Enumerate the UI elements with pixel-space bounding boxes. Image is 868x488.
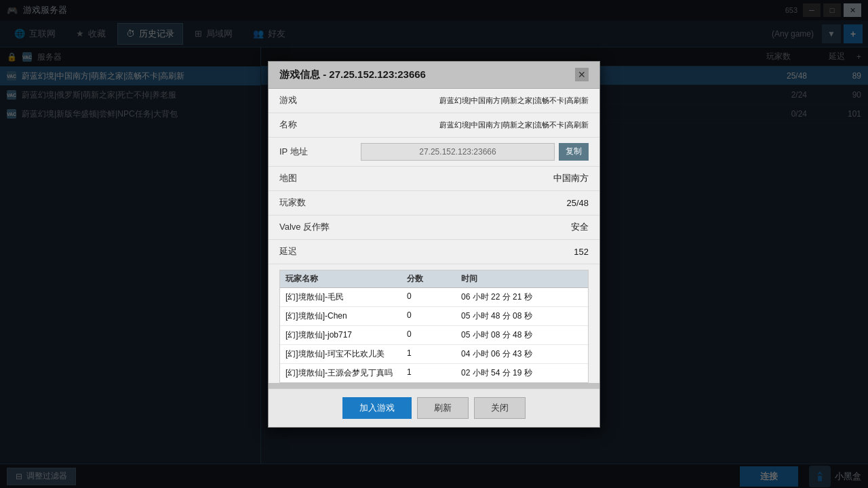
map-label: 地图 xyxy=(279,172,361,184)
latency-label: 延迟 xyxy=(279,245,361,258)
game-row: 游戏 蔚蓝幻境|中国南方|萌新之家|流畅不卡|高刷新 xyxy=(269,89,599,113)
player-score-1: 0 xyxy=(407,310,461,320)
player-score-0: 0 xyxy=(407,291,461,301)
player-name-1: [幻]境散仙]-Chen xyxy=(285,310,407,322)
player-time-1: 05 小时 48 分 08 秒 xyxy=(461,310,583,322)
header-name: 玩家名称 xyxy=(285,273,407,285)
ip-input[interactable] xyxy=(361,143,555,161)
player-name-4: [幻]境散仙]-王源会梦见丁真吗 xyxy=(285,367,407,379)
name-label: 名称 xyxy=(279,119,361,131)
valve-row: Valve 反作弊 安全 xyxy=(269,216,599,240)
valve-value: 安全 xyxy=(361,221,589,233)
latency-row: 延迟 152 xyxy=(269,240,599,264)
player-table-header: 玩家名称 分数 时间 xyxy=(280,270,588,288)
player-row-4: [幻]境散仙]-王源会梦见丁真吗 1 02 小时 54 分 19 秒 xyxy=(280,364,588,382)
header-time: 时间 xyxy=(461,273,583,285)
player-row-3: [幻]境散仙]-珂宝不比欢儿美 1 04 小时 06 分 43 秒 xyxy=(280,345,588,364)
player-time-2: 05 小时 08 分 48 秒 xyxy=(461,329,583,341)
player-time-4: 02 小时 54 分 19 秒 xyxy=(461,367,583,379)
player-score-3: 1 xyxy=(407,348,461,358)
players-value: 25/48 xyxy=(361,198,589,208)
player-row-0: [幻]境散仙]-毛民 0 06 小时 22 分 21 秒 xyxy=(280,288,588,307)
player-score-4: 1 xyxy=(407,367,461,377)
player-time-0: 06 小时 22 分 21 秒 xyxy=(461,291,583,303)
players-row: 玩家数 25/48 xyxy=(269,191,599,216)
game-info-dialog: 游戏信息 - 27.25.152.123:23666 ✕ 游戏 蔚蓝幻境|中国南… xyxy=(268,61,600,428)
refresh-button[interactable]: 刷新 xyxy=(417,397,469,419)
valve-label: Valve 反作弊 xyxy=(279,221,361,233)
ip-label: IP 地址 xyxy=(279,146,361,158)
map-value: 中国南方 xyxy=(361,172,589,184)
players-label: 玩家数 xyxy=(279,197,361,209)
name-row: 名称 蔚蓝幻境|中国南方|萌新之家|流畅不卡|高刷新 xyxy=(269,113,599,138)
game-label: 游戏 xyxy=(279,94,361,106)
player-name-2: [幻]境散仙]-job717 xyxy=(285,329,407,341)
dialog-header: 游戏信息 - 27.25.152.123:23666 ✕ xyxy=(269,62,599,89)
player-name-0: [幻]境散仙]-毛民 xyxy=(285,291,407,303)
player-row-1: [幻]境散仙]-Chen 0 05 小时 48 分 08 秒 xyxy=(280,307,588,326)
player-table: 玩家名称 分数 时间 [幻]境散仙]-毛民 0 06 小时 22 分 21 秒 … xyxy=(279,270,589,383)
name-value: 蔚蓝幻境|中国南方|萌新之家|流畅不卡|高刷新 xyxy=(361,120,589,130)
player-name-3: [幻]境散仙]-珂宝不比欢儿美 xyxy=(285,348,407,360)
join-game-button[interactable]: 加入游戏 xyxy=(342,397,412,419)
close-dialog-button[interactable]: 关闭 xyxy=(474,397,526,419)
copy-button[interactable]: 复制 xyxy=(559,143,589,161)
player-score-2: 0 xyxy=(407,329,461,339)
game-value: 蔚蓝幻境|中国南方|萌新之家|流畅不卡|高刷新 xyxy=(361,96,589,106)
dialog-footer: 加入游戏 刷新 关闭 xyxy=(269,388,599,427)
player-row-2: [幻]境散仙]-job717 0 05 小时 08 分 48 秒 xyxy=(280,326,588,345)
overlay: 游戏信息 - 27.25.152.123:23666 ✕ 游戏 蔚蓝幻境|中国南… xyxy=(0,0,868,488)
ip-row: IP 地址 复制 xyxy=(269,138,599,167)
player-time-3: 04 小时 06 分 43 秒 xyxy=(461,348,583,360)
map-row: 地图 中国南方 xyxy=(269,167,599,191)
dialog-title: 游戏信息 - 27.25.152.123:23666 xyxy=(279,68,426,81)
dialog-body: 游戏 蔚蓝幻境|中国南方|萌新之家|流畅不卡|高刷新 名称 蔚蓝幻境|中国南方|… xyxy=(269,89,599,383)
dialog-close-button[interactable]: ✕ xyxy=(575,68,589,81)
header-score: 分数 xyxy=(407,273,461,285)
latency-value: 152 xyxy=(361,247,589,257)
